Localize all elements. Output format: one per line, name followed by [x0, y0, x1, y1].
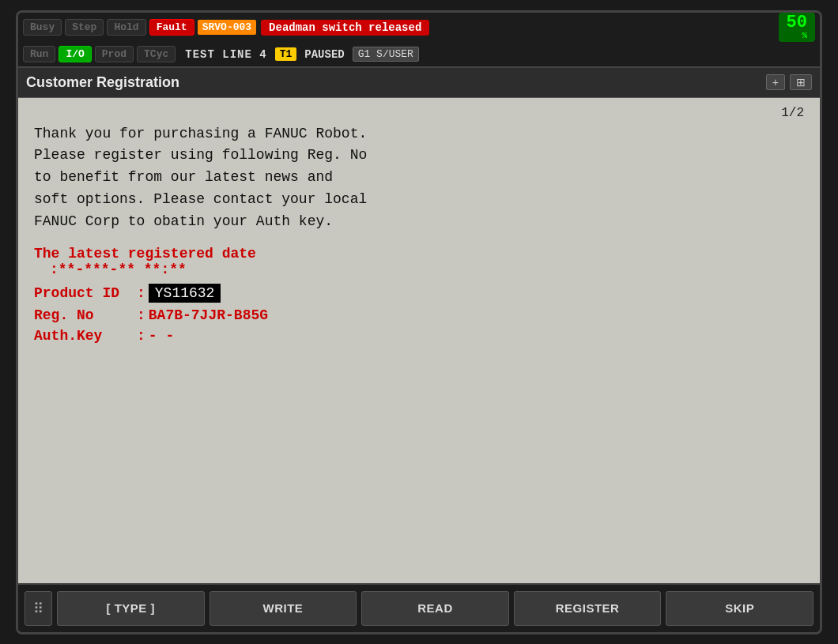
window-title: Customer Registration [26, 74, 179, 91]
auth-key-label: Auth.Key [34, 328, 137, 344]
io-indicator: I/O [59, 46, 91, 62]
registered-date-value: :**-***-** **:** [34, 262, 804, 277]
prod-indicator: Prod [95, 46, 134, 62]
step-indicator: Step [65, 19, 104, 36]
register-button[interactable]: REGISTER [514, 591, 662, 626]
grid-menu-button[interactable]: ⠿ [25, 591, 52, 626]
fault-indicator: Fault [149, 19, 194, 36]
fields-section: Product ID : YS11632 Reg. No : BA7B-7JJR… [34, 284, 804, 344]
speed-unit: % [787, 32, 807, 40]
bottom-toolbar: ⠿ [ TYPE ] WRITE READ REGISTER SKIP [18, 583, 820, 632]
reg-no-label: Reg. No [34, 307, 137, 323]
type-button[interactable]: [ TYPE ] [57, 591, 205, 626]
run-indicator: Run [23, 46, 55, 62]
reg-no-value: BA7B-7JJR-B85G [149, 307, 268, 323]
auth-key-sep: : [137, 328, 145, 344]
product-id-row: Product ID : YS11632 [34, 284, 804, 303]
skip-button[interactable]: SKIP [666, 591, 813, 626]
grid-icon: ⠿ [33, 600, 43, 617]
tcyc-indicator: TCyc [137, 46, 176, 62]
auth-key-row: Auth.Key : - - [34, 328, 804, 344]
speed-value: 50 [787, 13, 807, 32]
write-button[interactable]: WRITE [210, 591, 357, 626]
product-id-label: Product ID [34, 285, 137, 301]
window-controls: + ⊞ [766, 74, 812, 90]
intro-text: Thank you for purchasing a FANUC Robot. … [34, 123, 804, 233]
product-id-sep: : [137, 285, 145, 301]
plus-button[interactable]: + [766, 74, 785, 90]
registered-date-label: The latest registered date [34, 246, 804, 262]
layout-button[interactable]: ⊞ [790, 74, 812, 90]
main-content: 1/2 Thank you for purchasing a FANUC Rob… [18, 98, 820, 583]
paused-label: PAUSED [304, 48, 344, 61]
busy-indicator: Busy [23, 19, 62, 36]
reg-no-sep: : [137, 307, 145, 323]
status-bar-row1: Busy Step Hold Fault SRVO-003 Deadman sw… [18, 13, 820, 43]
registered-date-section: The latest registered date :**-***-** **… [34, 246, 804, 277]
hold-indicator: Hold [107, 19, 145, 36]
page-number: 1/2 [34, 106, 804, 120]
window-titlebar: Customer Registration + ⊞ [18, 68, 820, 98]
device-frame: Busy Step Hold Fault SRVO-003 Deadman sw… [16, 10, 822, 635]
read-button[interactable]: READ [361, 591, 509, 626]
speed-display: 50 % [779, 13, 815, 42]
reg-no-row: Reg. No : BA7B-7JJR-B85G [34, 307, 804, 323]
auth-key-value: - - [149, 328, 174, 344]
fault-code: SRVO-003 [198, 20, 256, 35]
t1-badge: T1 [275, 47, 297, 61]
g1-badge: G1 S/USER [353, 47, 419, 62]
fault-message: Deadman switch released [261, 20, 429, 36]
product-id-value[interactable]: YS11632 [149, 284, 221, 303]
line-label: TEST LINE 4 [185, 48, 266, 61]
status-bar-row2: Run I/O Prod TCyc TEST LINE 4 T1 PAUSED … [18, 43, 820, 68]
